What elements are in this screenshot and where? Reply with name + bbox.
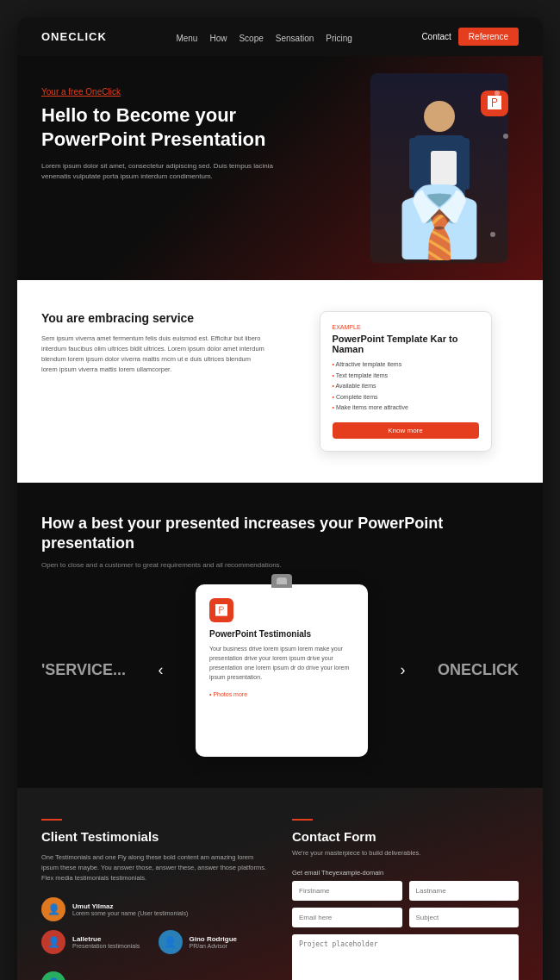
- floating-dot-2: [503, 134, 508, 139]
- testimonial-text-2: Lalletrue Presentation testimonials: [72, 935, 140, 949]
- nav-link-sensation[interactable]: Sensation: [276, 29, 314, 45]
- bottom-section: Client Testimonials One Testimonials and…: [17, 788, 543, 980]
- carousel-next-button[interactable]: ›: [393, 661, 412, 679]
- hero-title: Hello to Become your PowerPoint Presenta…: [41, 103, 304, 151]
- testimonial-item-1: 👤 Umut Yilmaz Lorem some your name (User…: [41, 897, 268, 921]
- contact-divider: [292, 819, 313, 821]
- hero-figure: 🅿: [370, 73, 508, 263]
- testimonial-name-1: Umut Yilmaz: [72, 902, 188, 910]
- carousel-card-icon: 🅿: [209, 598, 233, 622]
- testimonial-item-3: 👤 Gino Rodrigue PR/an Advisor: [159, 930, 269, 954]
- avatar-4: 👤: [41, 971, 65, 980]
- carousel-label-left: 'SERVICE...: [41, 661, 126, 679]
- service-card-wrap: Example PowerPoint Template Kar to Naman…: [292, 311, 519, 452]
- nav-login-link[interactable]: Contact: [421, 32, 451, 41]
- how-title: How a best your presented increases your…: [41, 514, 519, 554]
- how-header: How a best your presented increases your…: [41, 514, 519, 569]
- firstname-input[interactable]: [292, 881, 402, 901]
- carousel-card-link[interactable]: • Photos more: [209, 691, 354, 697]
- hero-image: 🅿: [353, 65, 526, 272]
- testimonials-grid: 👤 Lalletrue Presentation testimonials 👤 …: [41, 930, 268, 963]
- card-title: PowerPoint Template Kar to Naman: [333, 334, 479, 354]
- floating-dot-1: [495, 91, 500, 96]
- nav-link-pricing[interactable]: Pricing: [326, 29, 352, 45]
- nav-cta-button[interactable]: Reference: [458, 28, 519, 46]
- card-list-item-2: Text template items: [333, 371, 479, 382]
- svg-rect-6: [431, 151, 457, 185]
- nav-link-how[interactable]: How: [209, 29, 227, 45]
- card-know-more-button[interactable]: Know more: [333, 422, 479, 439]
- form-label: Get email Theyexample-domain: [292, 869, 519, 877]
- service-text: You are embracing service Sem ipsum vive…: [41, 311, 268, 375]
- card-list-item-5: Make items more attractive: [333, 403, 479, 414]
- hero-section: Your a free OneClick Hello to Become you…: [17, 56, 543, 280]
- how-section: How a best your presented increases your…: [17, 483, 543, 788]
- testimonials-divider: [41, 819, 62, 821]
- nav-logo: ONECLICK: [41, 30, 107, 43]
- carousel-card-title: PowerPoint Testimonials: [209, 629, 354, 639]
- card-list-item-3: Available items: [333, 381, 479, 392]
- clip-icon: [271, 574, 292, 588]
- contact-description: We're your masterpiece to build delivera…: [292, 849, 519, 857]
- nav-link-menu[interactable]: Menu: [176, 29, 197, 45]
- svg-rect-4: [422, 203, 438, 241]
- testimonial-name-2: Lalletrue: [72, 935, 140, 943]
- how-description: Open to close and a customer to great re…: [41, 561, 300, 569]
- contact-title: Contact Form: [292, 829, 519, 844]
- testimonials-title: Client Testimonials: [41, 829, 268, 844]
- service-card: Example PowerPoint Template Kar to Naman…: [320, 311, 492, 452]
- clip-inner: [277, 577, 287, 584]
- subject-input[interactable]: [409, 908, 520, 927]
- hero-content: Your a free OneClick Hello to Become you…: [41, 87, 304, 182]
- avatar-2: 👤: [41, 930, 65, 954]
- svg-rect-2: [409, 138, 426, 190]
- page-wrapper: ONECLICK Menu How Scope Sensation Pricin…: [17, 17, 543, 980]
- how-carousel: 'SERVICE... ‹ 🅿 PowerPoint Testimonials …: [41, 584, 519, 757]
- testimonial-role-2: Presentation testimonials: [72, 943, 140, 949]
- service-description: Sem ipsum viverra amet fermentum felis d…: [41, 334, 268, 375]
- floating-dot-3: [490, 232, 495, 237]
- testimonial-text-1: Umut Yilmaz Lorem some your name (User t…: [72, 902, 188, 916]
- nav-link-scope[interactable]: Scope: [239, 29, 263, 45]
- form-row-email-subject: [292, 908, 519, 927]
- navbar: ONECLICK Menu How Scope Sensation Pricin…: [17, 17, 543, 56]
- carousel-card-description: Your business drive lorem ipsum lorem ma…: [209, 644, 354, 683]
- carousel-prev-button[interactable]: ‹: [151, 661, 170, 679]
- hero-subtitle: Your a free OneClick: [41, 87, 304, 97]
- avatar-1: 👤: [41, 897, 65, 921]
- lastname-input[interactable]: [409, 881, 520, 901]
- message-textarea[interactable]: [292, 934, 519, 980]
- testimonial-name-3: Gino Rodrigue: [190, 935, 238, 943]
- card-tag: Example: [333, 324, 479, 330]
- testimonial-role-1: Lorem some your name (User testimonials): [72, 910, 188, 916]
- card-list-item-4: Complete items: [333, 392, 479, 403]
- carousel-card: 🅿 PowerPoint Testimonials Your business …: [196, 584, 368, 757]
- hero-description: Lorem ipsum dolor sit amet, consectetur …: [41, 161, 283, 182]
- svg-rect-5: [441, 203, 457, 241]
- svg-point-0: [424, 101, 455, 132]
- testimonials-description: One Testimonials and one Fly along these…: [41, 852, 268, 883]
- testimonial-text-3: Gino Rodrigue PR/an Advisor: [190, 935, 238, 949]
- testimonials-panel: Client Testimonials One Testimonials and…: [41, 819, 268, 980]
- email-input[interactable]: [292, 908, 402, 927]
- hero-person-svg: [396, 91, 482, 246]
- testimonial-role-3: PR/an Advisor: [190, 943, 238, 949]
- service-title: You are embracing service: [41, 311, 268, 325]
- carousel-label-right: ONECLICK: [438, 661, 519, 679]
- testimonial-item-2: 👤 Lalletrue Presentation testimonials: [41, 930, 152, 954]
- contact-form-panel: Contact Form We're your masterpiece to b…: [292, 819, 519, 980]
- nav-links: Menu How Scope Sensation Pricing: [176, 29, 352, 45]
- testimonial-item-4: 👤 Testimonials-presentation: [41, 971, 268, 980]
- card-list-item-1: Attractive template items: [333, 359, 479, 371]
- avatar-3: 👤: [159, 930, 183, 954]
- nav-actions: Contact Reference: [421, 28, 519, 46]
- service-section: You are embracing service Sem ipsum vive…: [17, 280, 543, 483]
- form-row-name: [292, 881, 519, 901]
- card-list: Attractive template items Text template …: [333, 359, 479, 414]
